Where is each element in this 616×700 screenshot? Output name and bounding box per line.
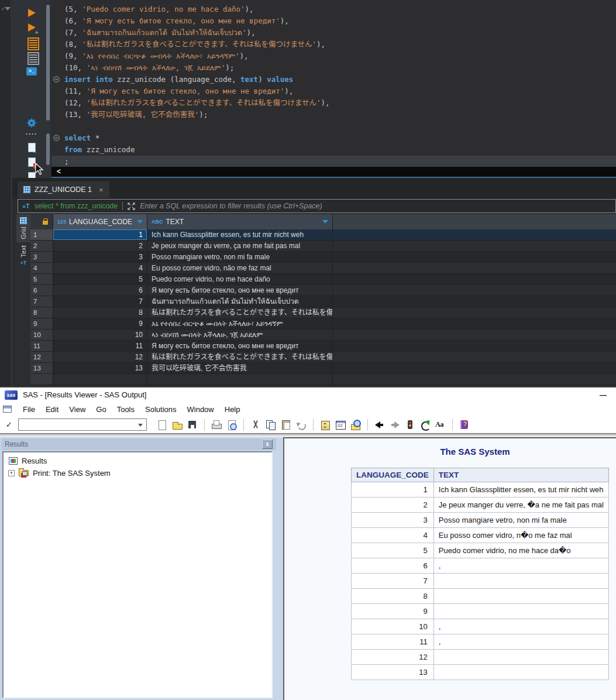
- close-tab-icon[interactable]: ×: [99, 186, 104, 194]
- collapsed-panel-strip[interactable]: [0, 0, 12, 386]
- command-input[interactable]: [18, 418, 147, 431]
- row-number[interactable]: 9: [30, 318, 53, 330]
- back-icon[interactable]: [374, 419, 386, 431]
- cell-text[interactable]: Я могу есть битое стекло, оно мне не вре…: [147, 341, 332, 352]
- cell-language-code[interactable]: 7: [53, 296, 147, 307]
- row-number[interactable]: 12: [30, 352, 53, 363]
- document-window-icon[interactable]: [3, 406, 12, 413]
- execute-new-tab-icon[interactable]: [26, 22, 37, 33]
- table-row[interactable]: 1010ኣነ ብስባሽ መብላት እችላለሁ, ገጇ አይደለም: [30, 330, 616, 341]
- cell-text[interactable]: Я могу есть битое стекло, оно мне не вре…: [147, 285, 332, 296]
- table-row[interactable]: 77ฉันสามารถกินแก้วแตกได้ มันไม่ทำให้ฉันเ…: [30, 296, 616, 307]
- row-number[interactable]: 3: [30, 252, 53, 263]
- cell-text[interactable]: እኔ የተሰበረ ብርጭቆ መብላት እችላለሁ፣ አይጎዳኝም: [147, 318, 332, 330]
- command-check-icon[interactable]: ✓: [6, 420, 12, 429]
- explorer-icon[interactable]: [350, 419, 362, 431]
- sql-editor[interactable]: (5, 'Puedo comer vidrio, no me hace daño…: [51, 0, 616, 167]
- cell-text[interactable]: Puedo comer vidrio, no me hace daño: [147, 274, 332, 285]
- cell-language-code[interactable]: 2: [53, 241, 147, 252]
- paste-icon[interactable]: [280, 419, 292, 431]
- row-number[interactable]: 10: [30, 330, 53, 341]
- sql-console-icon[interactable]: [26, 66, 37, 77]
- explain-plan-icon[interactable]: [26, 52, 37, 62]
- new-window-icon[interactable]: [335, 419, 346, 431]
- table-row[interactable]: 66Я могу есть битое стекло, оно мне не в…: [30, 285, 616, 296]
- forward-icon[interactable]: [389, 419, 401, 431]
- tree-item-print[interactable]: + Print: The SAS System: [4, 466, 271, 478]
- menu-tools[interactable]: Tools: [112, 405, 140, 414]
- table-row[interactable]: 55Puedo comer vidrio, no me hace daño: [30, 274, 616, 285]
- row-number[interactable]: 8: [30, 307, 53, 318]
- row-number[interactable]: 13: [30, 363, 53, 374]
- sort-arrow-icon[interactable]: [137, 220, 143, 224]
- cell-language-code[interactable]: 1: [53, 229, 147, 241]
- tree-item-results[interactable]: Results: [4, 452, 271, 466]
- cell-text[interactable]: Posso mangiare vetro, non mi fa male: [147, 252, 332, 263]
- cell-text[interactable]: ฉันสามารถกินแก้วแตกได้ มันไม่ทำให้ฉันเจ็…: [147, 296, 332, 307]
- row-number[interactable]: 4: [30, 263, 53, 274]
- open-icon[interactable]: [171, 419, 183, 431]
- menu-window[interactable]: Window: [182, 405, 219, 414]
- settings-icon[interactable]: [26, 118, 37, 128]
- program-manager-icon[interactable]: [319, 419, 331, 431]
- cell-text[interactable]: Eu posso comer vidro, não me faz mal: [147, 263, 332, 274]
- print-preview-icon[interactable]: [226, 419, 238, 431]
- cell-language-code[interactable]: 5: [53, 274, 147, 285]
- table-row[interactable]: 1111Я могу есть битое стекло, оно мне не…: [30, 341, 616, 352]
- menu-go[interactable]: Go: [91, 405, 111, 414]
- cell-text[interactable]: ኣነ ብስባሽ መብላት እችላለሁ, ገጇ አይደለም: [147, 330, 332, 341]
- fold-icon[interactable]: −: [53, 135, 60, 141]
- execute-script-icon[interactable]: [26, 37, 37, 47]
- cell-language-code[interactable]: 11: [53, 341, 147, 352]
- dots-icon[interactable]: [26, 132, 37, 138]
- fonts-icon[interactable]: [435, 419, 446, 431]
- sort-arrow-icon[interactable]: [322, 220, 328, 224]
- new-icon[interactable]: [156, 419, 168, 431]
- collapsed-editor-bar[interactable]: <: [51, 167, 616, 178]
- column-header-language-code[interactable]: 123 LANGUAGE_CODE: [53, 214, 147, 229]
- tab-text-view[interactable]: Text «T: [16, 242, 30, 269]
- expand-filter-icon[interactable]: [128, 203, 135, 210]
- filter-bar[interactable]: «T select * from zzz_unicode Enter a SQL…: [18, 199, 616, 213]
- fold-icon[interactable]: −: [53, 76, 60, 83]
- expand-node-icon[interactable]: +: [8, 470, 15, 476]
- row-number[interactable]: 7: [30, 296, 53, 307]
- table-row[interactable]: 1313我可以吃碎玻璃, 它不会伤害我: [30, 363, 616, 374]
- cell-language-code[interactable]: 4: [53, 263, 147, 274]
- menu-solutions[interactable]: Solutions: [140, 405, 181, 414]
- cell-text[interactable]: Je peux manger du verre, ça ne me fait p…: [147, 241, 332, 252]
- menu-file[interactable]: File: [18, 405, 40, 414]
- table-row[interactable]: 11Ich kann Glasssplitter essen, es tut m…: [30, 229, 616, 241]
- table-row[interactable]: 44Eu posso comer vidro, não me faz mal: [30, 263, 616, 274]
- menu-edit[interactable]: Edit: [40, 405, 64, 414]
- cell-language-code[interactable]: 12: [53, 352, 147, 363]
- cell-text[interactable]: 我可以吃碎玻璃, 它不会伤害我: [147, 363, 332, 374]
- cell-text[interactable]: Ich kann Glasssplitter essen, es tut mir…: [147, 229, 332, 241]
- row-number[interactable]: 1: [30, 229, 53, 241]
- cell-language-code[interactable]: 10: [53, 330, 147, 341]
- results-panel-titlebar[interactable]: Results x: [1, 438, 276, 450]
- cell-language-code[interactable]: 9: [53, 318, 147, 330]
- tab-zzz-unicode[interactable]: ZZZ_UNICODE 1 ×: [18, 181, 109, 198]
- execute-statement-icon[interactable]: [26, 8, 37, 18]
- save-icon[interactable]: [187, 419, 198, 431]
- column-header-text[interactable]: ABC TEXT: [147, 214, 332, 229]
- title-bar[interactable]: sas SAS - [Results Viewer - SAS Output] …: [0, 387, 616, 402]
- help-icon[interactable]: [459, 419, 470, 431]
- combo-dropdown-icon[interactable]: [138, 424, 143, 427]
- print-icon[interactable]: [211, 419, 222, 431]
- table-row[interactable]: 88私は割れたガラスを食べることができます、それは私を傷つけません: [30, 307, 616, 318]
- refresh-icon[interactable]: [419, 419, 431, 431]
- table-row[interactable]: 1212私は割れたガラスを食べることができます、それは私を傷つけません: [30, 352, 616, 363]
- tab-grid-view[interactable]: Grid: [16, 214, 30, 242]
- cell-text[interactable]: 私は割れたガラスを食べることができます、それは私を傷つけません: [147, 352, 332, 363]
- undo-icon[interactable]: [295, 419, 307, 431]
- output-doc-icon[interactable]: [26, 142, 37, 153]
- results-tree[interactable]: Results + Print: The SAS System: [2, 451, 273, 698]
- close-panel-button[interactable]: x: [262, 440, 273, 449]
- menu-view[interactable]: View: [64, 405, 91, 414]
- cell-language-code[interactable]: 3: [53, 252, 147, 263]
- cell-language-code[interactable]: 13: [53, 363, 147, 374]
- row-number[interactable]: 11: [30, 341, 53, 352]
- copy-icon[interactable]: [265, 419, 277, 431]
